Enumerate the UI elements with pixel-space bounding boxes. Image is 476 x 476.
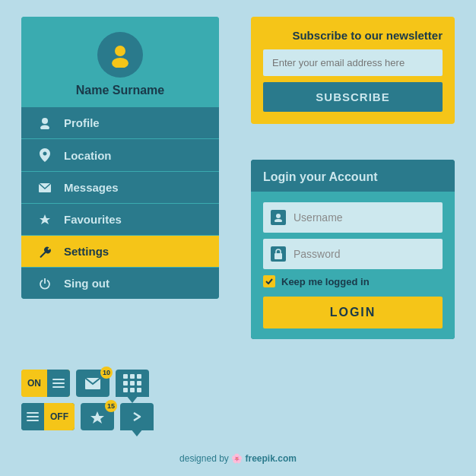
profile-name: Name Surname — [76, 84, 165, 97]
sidebar-item-profile[interactable]: Profile — [21, 106, 219, 138]
ham-line-5 — [27, 416, 39, 417]
svg-point-1 — [112, 58, 129, 68]
person-icon — [36, 117, 53, 129]
svg-point-3 — [40, 125, 49, 129]
svg-point-0 — [115, 46, 125, 56]
footer-brand: freepik.com — [246, 453, 297, 464]
newsletter-panel: Subscribe to our newsletter SUBSCRIBE — [251, 17, 455, 124]
login-body: Username Password Keep me logged in LOGI… — [251, 192, 455, 339]
username-field[interactable]: Username — [263, 202, 443, 233]
password-placeholder: Password — [294, 248, 340, 260]
grid-bubble-wrapper — [116, 370, 149, 397]
dot — [130, 374, 135, 379]
sidebar-item-favourites[interactable]: Favourites — [21, 203, 219, 235]
dot — [123, 381, 128, 386]
sidebar-item-signout[interactable]: Sing out — [21, 267, 219, 299]
grid-icon[interactable] — [116, 370, 149, 397]
badge-count-2: 15 — [105, 400, 117, 412]
keep-logged-row: Keep me logged in — [263, 275, 443, 287]
power-icon — [36, 278, 53, 290]
login-panel: Login your Account Username Password Kee… — [251, 160, 455, 339]
toggle-off-label: OFF — [44, 403, 75, 430]
arrow-icon[interactable] — [120, 403, 154, 430]
sidebar-item-settings[interactable]: Settings — [21, 235, 219, 267]
envelope-icon — [36, 183, 53, 192]
toggle-off[interactable]: OFF — [21, 403, 75, 430]
svg-point-8 — [274, 219, 282, 222]
dot — [130, 388, 135, 392]
ham-line-1 — [52, 379, 65, 380]
sidebar-item-messages[interactable]: Messages — [21, 171, 219, 203]
wrench-icon — [36, 246, 53, 258]
ham-line-6 — [27, 420, 39, 421]
email-input[interactable] — [263, 49, 443, 76]
bottom-icons: ON 10 — [21, 370, 154, 430]
toggle-on[interactable]: ON — [21, 370, 70, 397]
hamburger-icon — [52, 379, 65, 388]
svg-point-2 — [42, 118, 48, 124]
dot — [137, 374, 141, 379]
dot — [123, 388, 128, 392]
star-badge-icon[interactable]: 15 — [81, 403, 114, 430]
password-field[interactable]: Password — [263, 239, 443, 269]
icon-row-2: OFF 15 — [21, 403, 154, 430]
grid-dots — [123, 374, 141, 392]
avatar — [97, 32, 143, 78]
badge-count-1: 10 — [100, 367, 113, 379]
toggle-off-icon — [21, 403, 44, 430]
svg-marker-5 — [40, 214, 50, 224]
keep-logged-checkbox[interactable] — [263, 275, 275, 287]
dot — [123, 374, 128, 379]
login-title: Login your Account — [251, 160, 455, 192]
toggle-on-label: ON — [21, 370, 47, 397]
username-icon — [271, 210, 286, 225]
svg-rect-9 — [274, 253, 282, 259]
subscribe-button[interactable]: SUBSCRIBE — [263, 82, 443, 112]
hamburger-icon-2 — [27, 412, 39, 421]
login-button[interactable]: LOGIN — [263, 297, 443, 328]
avatar-icon — [107, 42, 133, 68]
star-icon — [36, 214, 53, 225]
toggle-on-icon — [47, 370, 70, 397]
footer: designed by 🌸 freepik.com — [0, 453, 476, 464]
svg-point-7 — [276, 214, 281, 218]
svg-marker-11 — [90, 411, 104, 424]
location-icon — [36, 148, 53, 162]
username-placeholder: Username — [294, 211, 343, 224]
newsletter-title: Subscribe to our newsletter — [263, 29, 443, 42]
profile-panel: Name Surname Profile Location Messages F… — [21, 17, 219, 299]
speech-tail-2 — [131, 429, 143, 436]
dot — [130, 381, 135, 386]
ham-line-2 — [52, 382, 65, 384]
message-badge-icon[interactable]: 10 — [76, 370, 109, 397]
ham-line-4 — [27, 412, 39, 414]
profile-header: Name Surname — [21, 17, 219, 106]
ham-line-3 — [52, 386, 65, 388]
dot — [137, 381, 141, 386]
icon-row-1: ON 10 — [21, 370, 154, 397]
sidebar-item-location[interactable]: Location — [21, 138, 219, 171]
speech-tail — [126, 395, 138, 403]
dot — [137, 388, 141, 392]
keep-logged-label: Keep me logged in — [281, 276, 370, 287]
lock-icon — [271, 246, 286, 262]
arrow-bubble-wrapper — [120, 403, 154, 430]
footer-text: designed by — [179, 453, 229, 464]
